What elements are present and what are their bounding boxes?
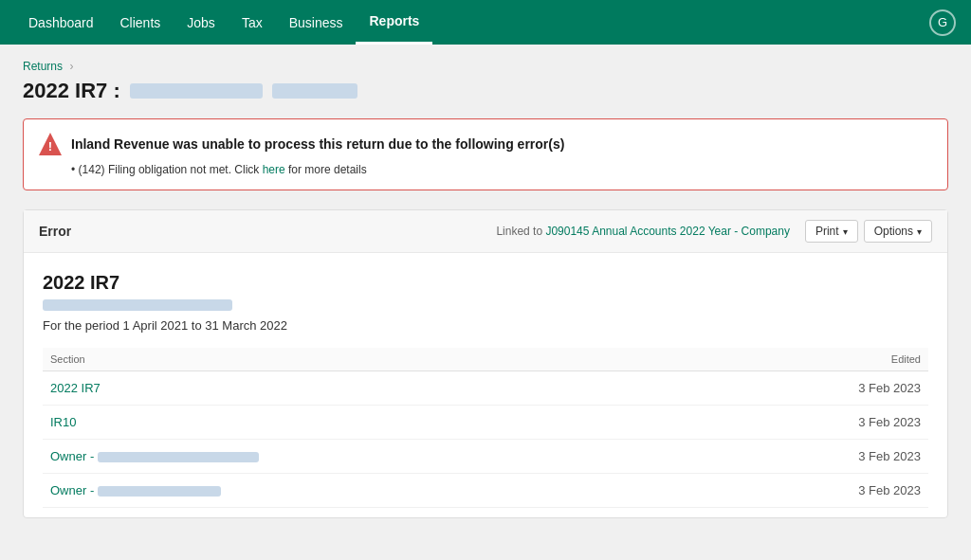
print-chevron-icon: [843, 225, 848, 238]
sections-table: Section Edited 2022 IR73 Feb 2023IR103 F…: [43, 348, 928, 508]
card-header: Error Linked to J090145 Annual Accounts …: [24, 210, 947, 253]
section-cell: Owner -: [43, 474, 701, 508]
nav-tax[interactable]: Tax: [229, 0, 276, 45]
card-body: 2022 IR7 For the period 1 April 2021 to …: [24, 253, 947, 517]
breadcrumb: Returns ›: [23, 60, 948, 73]
print-button[interactable]: Print: [805, 220, 858, 243]
nav-clients[interactable]: Clients: [107, 0, 174, 45]
breadcrumb-returns-link[interactable]: Returns: [23, 60, 63, 73]
options-button[interactable]: Options: [864, 220, 932, 243]
section-link[interactable]: Owner -: [50, 449, 98, 463]
edited-cell: 3 Feb 2023: [701, 406, 928, 440]
table-row: Owner - 3 Feb 2023: [43, 440, 928, 474]
warning-icon: [39, 133, 62, 155]
breadcrumb-separator: ›: [69, 60, 73, 73]
error-banner-detail: • (142) Filing obligation not met. Click…: [39, 163, 932, 176]
owner-name-blurred: [98, 452, 259, 462]
table-row: 2022 IR73 Feb 2023: [43, 371, 928, 406]
owner-name-blurred: [98, 486, 221, 497]
linked-info: Linked to J090145 Annual Accounts 2022 Y…: [496, 225, 790, 238]
section-link[interactable]: Owner -: [50, 483, 98, 497]
table-row: IR103 Feb 2023: [43, 406, 928, 440]
return-card: Error Linked to J090145 Annual Accounts …: [23, 209, 948, 518]
options-chevron-icon: [917, 225, 922, 238]
client-id-blurred: [272, 83, 357, 99]
user-avatar-icon[interactable]: G: [929, 9, 956, 36]
return-title: 2022 IR7: [43, 272, 928, 294]
section-link[interactable]: 2022 IR7: [50, 381, 101, 395]
error-banner-title: Inland Revenue was unable to process thi…: [39, 133, 932, 155]
section-col-header: Section: [43, 348, 701, 371]
error-detail-link[interactable]: here: [263, 163, 285, 176]
section-cell: 2022 IR7: [43, 371, 701, 406]
table-row: Owner - 3 Feb 2023: [43, 474, 928, 508]
return-name-blurred: [43, 299, 232, 311]
nav-jobs[interactable]: Jobs: [174, 0, 229, 45]
period-text: For the period 1 April 2021 to 31 March …: [43, 318, 928, 333]
top-navigation: Dashboard Clients Jobs Tax Business Repo…: [0, 0, 971, 45]
nav-business[interactable]: Business: [276, 0, 357, 45]
linked-account-link[interactable]: J090145 Annual Accounts 2022 Year - Comp…: [545, 225, 790, 238]
section-link[interactable]: IR10: [50, 415, 76, 429]
page-title: 2022 IR7 :: [23, 79, 948, 103]
edited-cell: 3 Feb 2023: [701, 440, 928, 474]
edited-col-header: Edited: [701, 348, 928, 371]
error-banner: Inland Revenue was unable to process thi…: [23, 118, 948, 190]
nav-reports[interactable]: Reports: [356, 0, 432, 45]
nav-dashboard[interactable]: Dashboard: [15, 0, 107, 45]
client-name-blurred: [130, 83, 263, 99]
edited-cell: 3 Feb 2023: [701, 474, 928, 508]
edited-cell: 3 Feb 2023: [701, 371, 928, 406]
section-cell: IR10: [43, 406, 701, 440]
section-cell: Owner -: [43, 440, 701, 474]
card-title: Error: [39, 224, 496, 239]
